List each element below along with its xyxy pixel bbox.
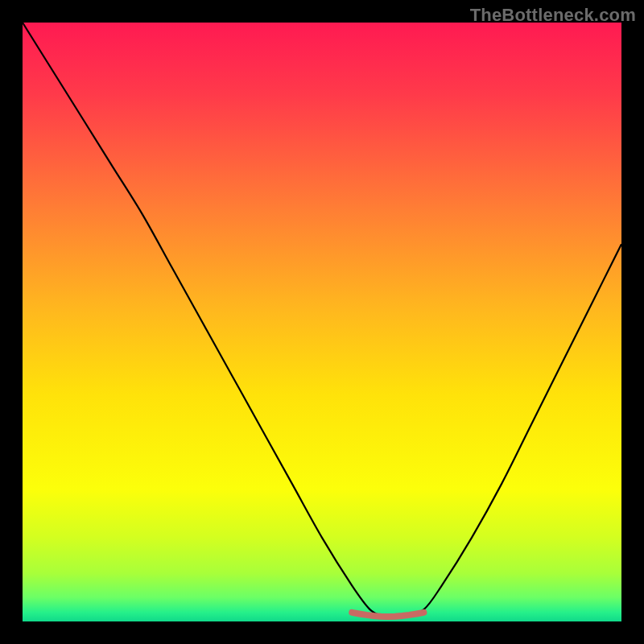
bottleneck-chart <box>0 0 644 644</box>
watermark-text: TheBottleneck.com <box>470 5 636 26</box>
chart-container: TheBottleneck.com <box>0 0 644 644</box>
plot-background <box>23 23 621 621</box>
